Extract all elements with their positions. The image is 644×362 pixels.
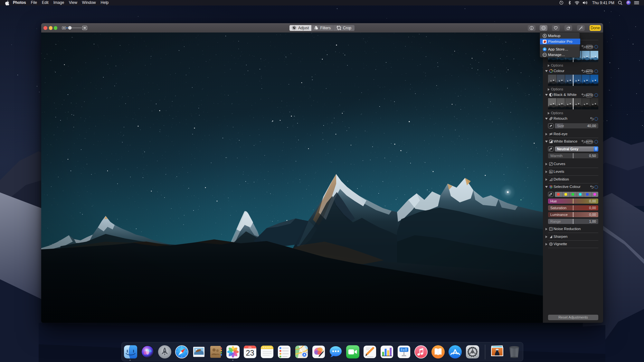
svg-text:3D: 3D: [306, 352, 308, 353]
svg-text:JUL: JUL: [248, 346, 252, 348]
svg-text:Thu 9:41 PM: Thu 9:41 PM: [592, 1, 614, 5]
svg-text:23: 23: [246, 349, 254, 357]
